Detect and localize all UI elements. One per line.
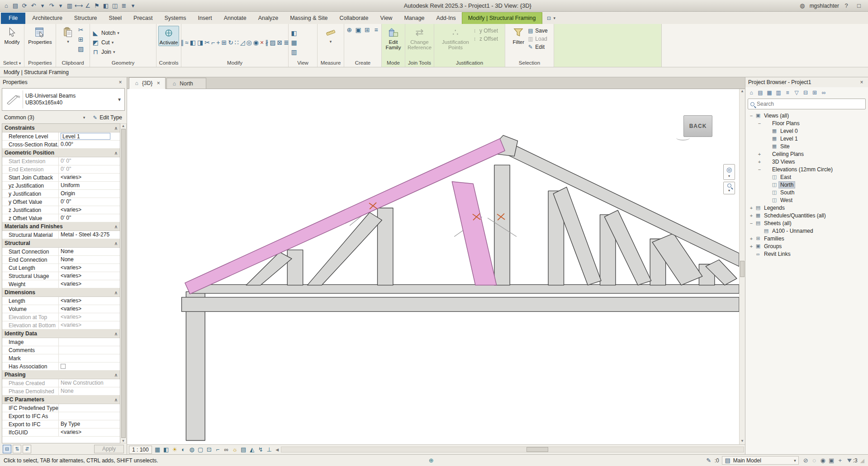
tab-systems[interactable]: Systems (158, 13, 192, 24)
property-value[interactable]: Level 1 (59, 132, 120, 140)
property-sort-descending-button[interactable]: ⇵ (23, 445, 31, 453)
horizontal-scrollbar[interactable] (281, 447, 744, 452)
browser-link-icon[interactable]: ∞ (820, 89, 828, 97)
close-icon[interactable]: × (858, 79, 865, 85)
tab-view[interactable]: View (375, 13, 398, 24)
tree-expander-icon[interactable]: + (749, 244, 754, 249)
property-value[interactable]: Metal - Steel 43-275 (59, 231, 120, 239)
collapse-group-icon[interactable]: ∧ (114, 397, 118, 402)
reveal-hidden-icon[interactable]: ☼ (231, 445, 239, 454)
property-value[interactable]: <varies> (59, 206, 120, 214)
property-sort-ascending-button[interactable]: ⇅ (13, 445, 21, 453)
home-icon[interactable]: ⌂ (2, 1, 11, 10)
sync-icon[interactable]: ⟳ (20, 1, 29, 10)
property-value[interactable]: None (59, 248, 120, 255)
copy-icon[interactable]: ⊞ (221, 26, 227, 59)
tree-item-level-0[interactable]: ▦ Level 0 (745, 127, 868, 135)
tag-icon[interactable]: ⚑ (92, 1, 101, 10)
close-view-icon[interactable]: × (156, 80, 161, 86)
scroll-up-icon[interactable]: ▲ (740, 89, 745, 94)
property-value[interactable] (59, 354, 120, 362)
zoom-button[interactable]: ▾ (723, 182, 735, 194)
viewcube-back-face[interactable]: BACK (683, 115, 712, 137)
property-group-header[interactable]: IFC Parameters ∧ (2, 395, 120, 404)
activate-controls-button[interactable]: Activate (158, 26, 180, 46)
tab-insert[interactable]: Insert (192, 13, 218, 24)
apply-button[interactable]: Apply (94, 445, 124, 453)
worksharing-icon[interactable]: ⊕ (427, 456, 436, 465)
property-value[interactable] (59, 346, 120, 354)
tab-annotate[interactable]: Annotate (218, 13, 252, 24)
tree-item-east[interactable]: ◫ East (745, 173, 868, 181)
tab-file[interactable]: File (1, 13, 25, 24)
property-group-header[interactable]: Identity Data ∧ (2, 329, 120, 338)
cut-to-clipboard-icon[interactable]: ✂ (77, 26, 85, 34)
property-group-header[interactable]: Phasing ∧ (2, 371, 120, 379)
property-value[interactable]: 0.00° (59, 141, 120, 148)
tree-item-sheets[interactable]: − ▤ Sheets (all) (745, 219, 868, 227)
tree-item-south[interactable]: ◫ South (745, 188, 868, 196)
z-offset-button[interactable]: ↕z Offset (471, 35, 498, 42)
panel-label-select[interactable]: Select ▾ (0, 59, 24, 67)
thin-lines-icon[interactable]: ≣ (119, 1, 128, 10)
move-icon[interactable]: + (216, 26, 220, 59)
browser-search-box[interactable] (748, 99, 866, 109)
property-value[interactable]: <varies> (59, 428, 120, 436)
resize-grip[interactable]: ◢ (860, 457, 864, 464)
edit-selection-button[interactable]: ✎Edit (527, 43, 547, 50)
tree-expander-icon[interactable]: + (757, 159, 762, 165)
collapse-group-icon[interactable]: ∧ (114, 241, 118, 246)
visual-style-icon[interactable]: ◧ (162, 445, 171, 454)
property-value[interactable]: 0' 0" (59, 157, 120, 165)
new-window-icon[interactable]: ▥ (290, 48, 298, 56)
tree-expander-icon[interactable]: + (749, 213, 754, 218)
cut-button[interactable]: ◩ Cut ▾ (91, 38, 114, 47)
tree-item-north[interactable]: ◫ North (745, 181, 868, 188)
paste-button[interactable]: ▾ (61, 26, 76, 44)
measure-button[interactable]: ▾ (323, 26, 338, 44)
drag-on-selection-toggle-icon[interactable]: + (836, 456, 844, 465)
property-value[interactable]: <varies> (59, 313, 120, 321)
scale-icon[interactable]: ◿ (240, 26, 245, 59)
shadows-icon[interactable]: ◐ (179, 445, 188, 454)
offset-icon[interactable]: ≈ (185, 26, 189, 59)
tree-item-a100-unnamed[interactable]: ▤ A100 - Unnamed (745, 227, 868, 235)
tree-item-floor-plans[interactable]: − Floor Plans (745, 119, 868, 127)
property-value[interactable]: 0' 0" (59, 214, 120, 222)
property-value[interactable]: Origin (59, 190, 120, 198)
section-icon[interactable]: ◫ (110, 1, 119, 10)
tree-item-site[interactable]: ▦ Site (745, 142, 868, 150)
property-value[interactable]: New Construction (59, 379, 120, 387)
create-assembly-icon[interactable]: ▣ (355, 26, 362, 34)
tree-item-views-all[interactable]: − ▣ Views (all) (745, 112, 868, 119)
show-crop-icon[interactable]: ⊡ (205, 445, 213, 454)
tab-massing-site[interactable]: Massing & Site (284, 13, 333, 24)
select-links-toggle-icon[interactable]: ⊘ (802, 456, 810, 465)
copy-to-clipboard-icon[interactable]: ⊞ (77, 35, 85, 43)
close-icon[interactable]: × (117, 79, 124, 85)
property-group-header[interactable]: Structural ∧ (2, 239, 120, 248)
properties-toggle-button[interactable]: Properties (27, 26, 52, 45)
tab-manage[interactable]: Manage (398, 13, 430, 24)
design-options-combo[interactable]: ▤ Main Model ▾ (722, 456, 799, 465)
property-value[interactable] (59, 362, 120, 370)
property-value[interactable]: <varies> (59, 174, 120, 181)
crop-view-icon[interactable]: ▢ (196, 445, 205, 454)
property-value[interactable]: 0' 0" (59, 198, 120, 206)
scrollbar-thumb[interactable] (526, 447, 548, 452)
mirror-draw-axis-icon[interactable]: ◨ (197, 26, 203, 59)
demolish-icon[interactable]: ⊠ (277, 26, 282, 59)
trim-extend-icon[interactable]: ⌐ (211, 26, 215, 59)
property-group-header[interactable]: Materials and Finishes ∧ (2, 222, 120, 231)
analytical-model-icon[interactable]: ◭ (248, 445, 256, 454)
tree-expander-icon[interactable]: + (757, 151, 762, 157)
property-value[interactable] (59, 404, 120, 412)
view-tab-north[interactable]: ⌂ North (166, 78, 206, 89)
reveal-constraints-icon[interactable]: ⊥ (265, 445, 274, 454)
view-scale-button[interactable]: 1 : 100 (129, 446, 152, 454)
checkbox[interactable] (61, 364, 66, 369)
property-value[interactable] (59, 412, 120, 420)
lock-view-icon[interactable]: ⌐ (213, 445, 222, 454)
create-similar-icon[interactable]: ≡ (372, 26, 380, 34)
property-group-header[interactable]: Geometric Position ∧ (2, 149, 120, 157)
